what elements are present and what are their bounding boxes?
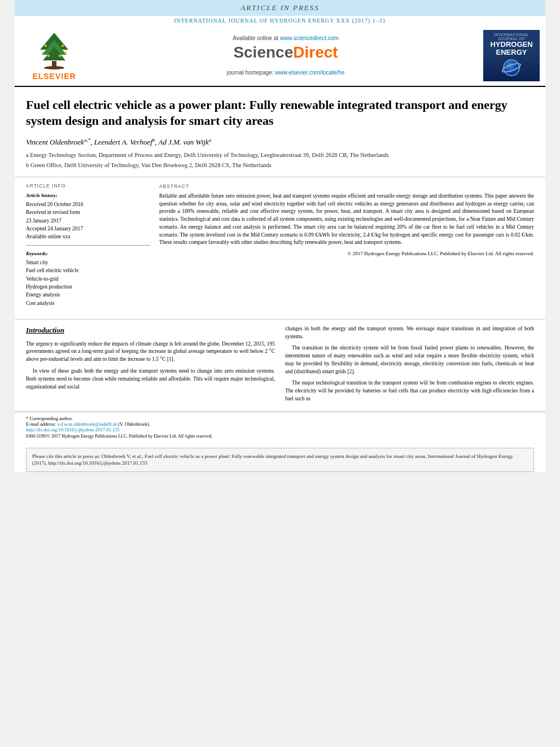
keyword-hydrogen: Hydrogen production bbox=[26, 283, 150, 291]
page: ARTICLE IN PRESS INTERNATIONAL JOURNAL O… bbox=[15, 0, 545, 472]
svg-point-8 bbox=[64, 51, 67, 54]
svg-point-5 bbox=[45, 45, 47, 47]
journal-cover: International Journal of HYDROGEN ENERGY bbox=[483, 30, 540, 81]
journal-homepage-link[interactable]: www.elsevier.com/locate/he bbox=[275, 69, 344, 76]
svg-point-6 bbox=[62, 45, 64, 47]
author-leendert: Leendert A. Verhoef bbox=[94, 138, 152, 146]
keyword-fcev: Fuel cell electric vehicle bbox=[26, 267, 150, 274]
doi-line: http://dx.doi.org/10.1016/j.ijhydene.201… bbox=[26, 427, 534, 433]
journal-header-bar: INTERNATIONAL JOURNAL OF HYDROGEN ENERGY… bbox=[15, 16, 545, 25]
article-info-abstract-cols: ARTICLE INFO Article history: Received 2… bbox=[26, 183, 534, 307]
available-online: Available online xxx bbox=[26, 233, 150, 241]
elsevier-logo-area: ELSEVIER bbox=[20, 30, 88, 81]
intro-para1: The urgency to significantly reduce the … bbox=[26, 340, 275, 364]
article-history-label: Article history: bbox=[26, 192, 150, 199]
doi-link[interactable]: http://dx.doi.org/10.1016/j.ijhydene.201… bbox=[26, 427, 120, 433]
available-online-text: Available online at www.sciencedirect.co… bbox=[233, 35, 339, 41]
abstract-heading: ABSTRACT bbox=[159, 183, 534, 190]
body-section: ARTICLE INFO Article history: Received 2… bbox=[15, 177, 545, 313]
sciencedirect-url[interactable]: www.sciencedirect.com bbox=[280, 35, 339, 41]
journal-homepage: journal homepage: www.elsevier.com/locat… bbox=[227, 69, 344, 76]
intro-col-left: Introduction The urgency to significantl… bbox=[26, 325, 275, 407]
journal-line-text: INTERNATIONAL JOURNAL OF HYDROGEN ENERGY… bbox=[174, 18, 386, 24]
author-ad: Ad J.M. van Wijk bbox=[159, 138, 209, 146]
footer-copyright: 0360-3199/© 2017 Hydrogen Energy Publica… bbox=[26, 434, 534, 439]
article-info-heading: ARTICLE INFO bbox=[26, 183, 150, 190]
header-section: ELSEVIER Available online at www.science… bbox=[15, 25, 545, 87]
header-middle: Available online at www.sciencedirect.co… bbox=[94, 30, 478, 81]
abstract-text: Reliable and affordable future zero emis… bbox=[159, 193, 534, 247]
citation-text: Please cite this article in press as: Ol… bbox=[32, 453, 513, 466]
revised-label: Received in revised form bbox=[26, 209, 150, 216]
elsevier-tree-icon bbox=[32, 30, 77, 69]
title-section: Fuel cell electric vehicle as a power pl… bbox=[15, 87, 545, 178]
journal-cover-title: International Journal of bbox=[486, 33, 537, 41]
svg-point-9 bbox=[47, 55, 50, 57]
keyword-cost: Cost analysis bbox=[26, 300, 150, 307]
abstract-copyright: © 2017 Hydrogen Energy Publications LLC.… bbox=[159, 250, 534, 257]
citation-box: Please cite this article in press as: Ol… bbox=[26, 448, 534, 472]
received-date: Received 20 October 2016 bbox=[26, 201, 150, 208]
keyword-smart-city: Smart city bbox=[26, 259, 150, 267]
article-title: Fuel cell electric vehicle as a power pl… bbox=[26, 97, 534, 129]
elsevier-text: ELSEVIER bbox=[32, 72, 77, 81]
affiliation-a: a Energy Technology Section, Department … bbox=[26, 151, 534, 160]
affiliations: a Energy Technology Section, Department … bbox=[26, 151, 534, 169]
corresponding-author-label: * Corresponding author. bbox=[26, 416, 534, 421]
journal-cover-main-line2: ENERGY bbox=[496, 49, 527, 56]
divider bbox=[26, 245, 150, 246]
article-in-press-banner: ARTICLE IN PRESS bbox=[15, 0, 545, 16]
elsevier-logo: ELSEVIER bbox=[32, 30, 77, 81]
sd-science-text: Science bbox=[233, 43, 293, 61]
intro-para3: changes in both the energy and the trans… bbox=[285, 325, 534, 341]
intro-para5: The major technological transition in th… bbox=[285, 379, 534, 403]
footer-notes: * Corresponding author. E-mail address: … bbox=[15, 412, 545, 442]
journal-cover-main-line1: HYDROGEN bbox=[490, 41, 532, 49]
keyword-energy: Energy analysis bbox=[26, 291, 150, 299]
keyword-v2g: Vehicle-to-grid bbox=[26, 276, 150, 283]
svg-point-10 bbox=[59, 55, 61, 57]
abstract-col: ABSTRACT Reliable and affordable future … bbox=[159, 183, 534, 307]
intro-col-right: changes in both the energy and the trans… bbox=[285, 325, 534, 407]
email-person: (V. Oldenbroek). bbox=[118, 421, 150, 427]
journal-cover-planet-icon bbox=[503, 59, 520, 76]
svg-point-7 bbox=[42, 51, 44, 54]
sd-direct-text: Direct bbox=[293, 43, 338, 61]
revised-date: 23 January 2017 bbox=[26, 217, 150, 225]
author-vincent: Vincent Oldenbroek bbox=[26, 138, 84, 146]
email-link[interactable]: v.d.w.m.oldenbroek@tudelft.nl bbox=[57, 421, 117, 427]
svg-point-1 bbox=[44, 66, 64, 69]
accepted-date: Accepted 24 January 2017 bbox=[26, 225, 150, 233]
intro-para4: The transition in the electricity system… bbox=[285, 344, 534, 375]
email-label: E-mail address: bbox=[26, 421, 56, 427]
intro-heading: Introduction bbox=[26, 325, 275, 336]
keywords-label: Keywords: bbox=[26, 250, 150, 257]
article-info-col: ARTICLE INFO Article history: Received 2… bbox=[26, 183, 150, 307]
affiliation-b: b Green Office, Delft University of Tech… bbox=[26, 161, 534, 170]
article-in-press-text: ARTICLE IN PRESS bbox=[240, 3, 320, 12]
intro-para2: In view of these goals both the energy a… bbox=[26, 368, 275, 391]
authors: Vincent Oldenbroeka,*, Leendert A. Verho… bbox=[26, 137, 534, 147]
sciencedirect-brand: ScienceDirect bbox=[233, 43, 338, 62]
email-line: E-mail address: v.d.w.m.oldenbroek@tudel… bbox=[26, 421, 534, 427]
intro-two-col: Introduction The urgency to significantl… bbox=[26, 325, 534, 407]
intro-section: Introduction The urgency to significantl… bbox=[15, 319, 545, 407]
